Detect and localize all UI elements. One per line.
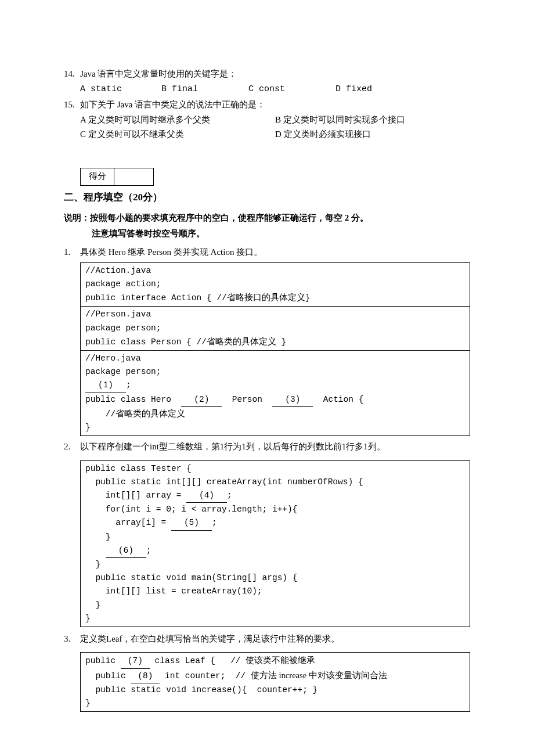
score-box-wrapper: 得分	[64, 168, 470, 186]
option-d: D fixed	[335, 82, 372, 97]
code-box-hero: //Hero.java package person; (1); public …	[80, 350, 470, 436]
option-c: C 定义类时可以不继承父类	[80, 127, 275, 142]
code-line-part: ;	[227, 491, 232, 500]
section-2-title: 二、程序填空（20分）	[64, 189, 470, 206]
option-d: D 定义类时必须实现接口	[275, 127, 470, 142]
code-line-part: }	[276, 337, 286, 347]
subq-number: 2.	[64, 440, 80, 455]
code-line: public static int[][] createArray(int nu…	[85, 477, 363, 487]
subq-stem: 以下程序创建一个int型二维数组，第1行为1列，以后每行的列数比前1行多1列。	[80, 440, 470, 455]
code-line: //Hero.java	[85, 354, 141, 363]
code-line-part: ;	[212, 518, 217, 527]
code-line-part: public class Person { //	[85, 337, 207, 347]
subq-stem: 具体类 Hero 继承 Person 类并实现 Action 接口。	[80, 245, 470, 260]
score-label: 得分	[81, 168, 114, 185]
code-line-part: public	[85, 671, 131, 681]
section-2-q1: 1. 具体类 Hero 继承 Person 类并实现 Action 接口。	[64, 245, 470, 260]
option-a: A 定义类时可以同时继承多个父类	[80, 113, 275, 128]
code-line: int[][] list = createArray(10);	[85, 586, 262, 596]
instructions-line-1: 说明：按照每小题的要求填充程序中的空白，使程序能够正确运行，每空 2 分。	[64, 210, 470, 226]
code-comment: 省略类的具体定义	[207, 337, 276, 346]
section-2-q3: 3. 定义类Leaf，在空白处填写恰当的关键字，满足该行中注释的要求。	[64, 632, 470, 647]
code-line-part: class Leaf { //	[150, 656, 246, 665]
blank-5: (5)	[171, 516, 212, 530]
option-b: B 定义类时可以同时实现多个接口	[275, 113, 470, 128]
code-line: }	[85, 560, 100, 569]
option-a: A static	[80, 82, 161, 97]
option-c: C const	[248, 82, 335, 97]
options-row-2: C 定义类时可以不继承父类 D 定义类时必须实现接口	[80, 127, 470, 142]
code-box-person: //Person.java package person; public cla…	[80, 306, 470, 351]
code-line: package person;	[85, 367, 161, 376]
blank-6: (6)	[106, 544, 146, 558]
question-number: 14.	[64, 67, 80, 82]
options-row: A static B final C const D fixed	[64, 82, 470, 97]
code-comment: 省略接口的具体定义	[227, 293, 305, 302]
section-2-q2: 2. 以下程序创建一个int型二维数组，第1行为1列，以后每行的列数比前1行多1…	[64, 440, 470, 455]
code-line-part: Action {	[313, 395, 363, 404]
code-line: }	[85, 423, 91, 432]
blank-8: (8)	[131, 669, 160, 683]
code-line: for(int i = 0; i < array.length; i++){	[85, 505, 297, 514]
section-2-instructions: 说明：按照每小题的要求填充程序中的空白，使程序能够正确运行，每空 2 分。 注意…	[64, 210, 470, 242]
code-line-part: int counter; //	[160, 671, 251, 681]
code-line-part: ;	[146, 546, 151, 555]
code-line: package action;	[85, 279, 161, 289]
question-text: Java 语言中定义常量时使用的关键字是：	[80, 67, 470, 82]
blank-4: (4)	[186, 489, 227, 503]
subq-number: 1.	[64, 245, 80, 260]
code-line-part: array[i] =	[85, 518, 171, 527]
question-14: 14. Java 语言中定义常量时使用的关键字是： A static B fin…	[64, 67, 470, 96]
code-line: }	[85, 600, 100, 610]
question-number: 15.	[64, 98, 80, 113]
options-grid: A 定义类时可以同时继承多个父类 B 定义类时可以同时实现多个接口 C 定义类时…	[64, 113, 470, 142]
code-line-part: int[][] array =	[85, 491, 186, 500]
code-box-leaf: public (7) class Leaf { // 使该类不能被继承 publ…	[80, 652, 470, 712]
code-line-part: public interface Action { //	[85, 293, 227, 303]
blank-3: (3)	[272, 393, 313, 407]
options-row-1: A 定义类时可以同时继承多个父类 B 定义类时可以同时实现多个接口	[80, 113, 470, 128]
code-line: public static void main(String[] args) {	[85, 573, 297, 582]
code-comment: 使该类不能被继承	[246, 656, 315, 665]
code-line: }	[85, 532, 111, 542]
code-line-part: ;	[126, 380, 131, 390]
subq-number: 3.	[64, 632, 80, 647]
score-value	[114, 168, 154, 185]
blank-2: (2)	[181, 393, 222, 407]
question-15: 15. 如下关于 Java 语言中类定义的说法中正确的是： A 定义类时可以同时…	[64, 98, 470, 142]
code-comment: 省略类的具体定义	[116, 409, 185, 418]
code-box-action: //Action.java package action; public int…	[80, 262, 470, 307]
blank-1: (1)	[85, 379, 126, 393]
code-line-part: public class Hero	[85, 395, 181, 404]
question-stem: 15. 如下关于 Java 语言中类定义的说法中正确的是：	[64, 98, 470, 113]
code-line: //Person.java	[85, 309, 151, 319]
code-line: public class Tester {	[85, 464, 192, 473]
code-line: }	[85, 699, 91, 708]
code-comment: 使方法 increase 中对该变量访问合法	[251, 671, 387, 680]
code-box-tester: public class Tester { public static int[…	[80, 460, 470, 627]
question-stem: 14. Java 语言中定义常量时使用的关键字是：	[64, 67, 470, 82]
blank-7: (7)	[121, 654, 150, 668]
instructions-line-2: 注意填写答卷时按空号顺序。	[64, 226, 470, 242]
score-box: 得分	[80, 168, 154, 186]
code-line-part: Person	[222, 395, 272, 404]
code-line: }	[85, 614, 91, 623]
code-line: public static void increase(){ counter++…	[85, 685, 317, 694]
code-line-part: public	[85, 656, 121, 665]
question-text: 如下关于 Java 语言中类定义的说法中正确的是：	[80, 98, 470, 113]
code-line: package person;	[85, 323, 161, 333]
option-b: B final	[161, 82, 248, 97]
code-line: //Action.java	[85, 266, 151, 275]
code-line-part: //	[85, 409, 116, 419]
code-line-part: }	[305, 293, 311, 303]
subq-stem: 定义类Leaf，在空白处填写恰当的关键字，满足该行中注释的要求。	[80, 632, 470, 647]
code-line-part	[85, 546, 106, 555]
